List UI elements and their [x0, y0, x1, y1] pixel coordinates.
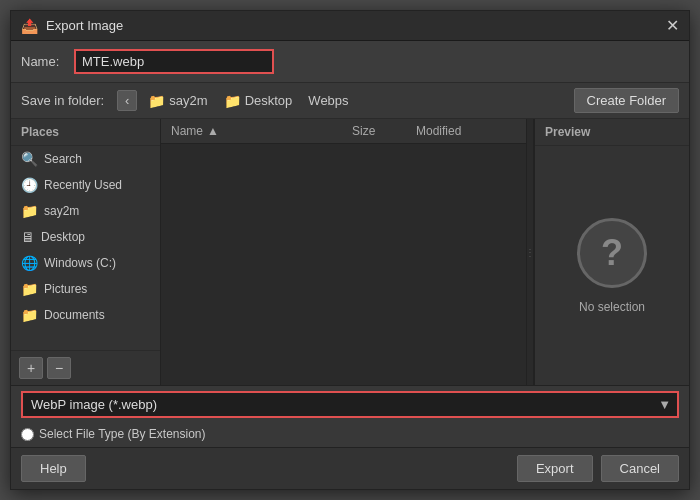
windows-icon: 🌐 [21, 255, 38, 271]
sidebar-item-search-label: Search [44, 152, 82, 166]
name-label: Name: [21, 54, 66, 69]
folder-icon: 📁 [148, 93, 165, 109]
breadcrumb-webps[interactable]: Webps [303, 91, 353, 110]
filename-input[interactable] [74, 49, 274, 74]
save-in-folder-label: Save in folder: [21, 93, 111, 108]
title-bar-left: 📤 Export Image [21, 18, 123, 34]
file-list [161, 144, 526, 385]
places-footer: + − [11, 350, 160, 385]
bottom-section: WebP image (*.webp) PNG image (*.png) JP… [11, 385, 689, 489]
places-panel: Places 🔍 Search 🕘 Recently Used 📁 say2m … [11, 119, 161, 385]
sort-arrow-icon: ▲ [207, 124, 219, 138]
select-filetype-label: Select File Type (By Extension) [39, 427, 206, 441]
recently-used-icon: 🕘 [21, 177, 38, 193]
sidebar-item-windows[interactable]: 🌐 Windows (C:) [11, 250, 160, 276]
documents-icon: 📁 [21, 307, 38, 323]
sidebar-item-documents-label: Documents [44, 308, 105, 322]
breadcrumb-webps-label: Webps [308, 93, 348, 108]
action-right: Export Cancel [517, 455, 679, 482]
pictures-icon: 📁 [21, 281, 38, 297]
filetype-select-wrapper: WebP image (*.webp) PNG image (*.png) JP… [21, 391, 679, 418]
back-button[interactable]: ‹ [117, 90, 137, 111]
dialog-icon: 📤 [21, 18, 38, 34]
breadcrumb-say2m[interactable]: 📁 say2m [143, 91, 212, 111]
export-image-dialog: 📤 Export Image ✕ Name: Save in folder: ‹… [10, 10, 690, 490]
main-content: Places 🔍 Search 🕘 Recently Used 📁 say2m … [11, 119, 689, 385]
add-place-button[interactable]: + [19, 357, 43, 379]
preview-panel: Preview ? No selection [534, 119, 689, 385]
column-size[interactable]: Size [352, 124, 412, 138]
sidebar-item-say2m-label: say2m [44, 204, 79, 218]
no-selection-label: No selection [579, 300, 645, 314]
name-row: Name: [11, 41, 689, 83]
sidebar-item-windows-label: Windows (C:) [44, 256, 116, 270]
sidebar-item-documents[interactable]: 📁 Documents [11, 302, 160, 328]
file-panel: Name ▲ Size Modified [161, 119, 526, 385]
column-modified[interactable]: Modified [416, 124, 516, 138]
sidebar-item-desktop-label: Desktop [41, 230, 85, 244]
filetype-row: WebP image (*.webp) PNG image (*.png) JP… [11, 386, 689, 423]
search-icon: 🔍 [21, 151, 38, 167]
desktop-icon: 🖥 [21, 229, 35, 245]
sidebar-item-say2m[interactable]: 📁 say2m [11, 198, 160, 224]
sidebar-item-pictures-label: Pictures [44, 282, 87, 296]
file-header: Name ▲ Size Modified [161, 119, 526, 144]
cancel-button[interactable]: Cancel [601, 455, 679, 482]
breadcrumb-desktop[interactable]: 📁 Desktop [219, 91, 298, 111]
sidebar-item-pictures[interactable]: 📁 Pictures [11, 276, 160, 302]
close-button[interactable]: ✕ [666, 18, 679, 34]
sidebar-item-desktop[interactable]: 🖥 Desktop [11, 224, 160, 250]
folder-icon: 📁 [224, 93, 241, 109]
export-button[interactable]: Export [517, 455, 593, 482]
breadcrumb-say2m-label: say2m [169, 93, 207, 108]
sidebar-item-recently-used-label: Recently Used [44, 178, 122, 192]
resize-handle[interactable]: ⋮ [526, 119, 534, 385]
select-filetype-radio-label[interactable]: Select File Type (By Extension) [21, 427, 206, 441]
preview-header: Preview [535, 119, 689, 146]
action-row: Help Export Cancel [11, 447, 689, 489]
create-folder-button[interactable]: Create Folder [574, 88, 679, 113]
dialog-title: Export Image [46, 18, 123, 33]
breadcrumb-desktop-label: Desktop [245, 93, 293, 108]
select-filetype-row: Select File Type (By Extension) [11, 423, 689, 447]
help-button[interactable]: Help [21, 455, 86, 482]
title-bar: 📤 Export Image ✕ [11, 11, 689, 41]
sidebar-item-recently-used[interactable]: 🕘 Recently Used [11, 172, 160, 198]
filetype-select[interactable]: WebP image (*.webp) PNG image (*.png) JP… [21, 391, 679, 418]
column-name[interactable]: Name ▲ [171, 124, 348, 138]
folder-icon: 📁 [21, 203, 38, 219]
places-header: Places [11, 119, 160, 146]
preview-placeholder-icon: ? [577, 218, 647, 288]
folder-row: Save in folder: ‹ 📁 say2m 📁 Desktop Webp… [11, 83, 689, 119]
sidebar-item-search[interactable]: 🔍 Search [11, 146, 160, 172]
select-filetype-radio[interactable] [21, 428, 34, 441]
remove-place-button[interactable]: − [47, 357, 71, 379]
preview-content: ? No selection [577, 146, 647, 385]
